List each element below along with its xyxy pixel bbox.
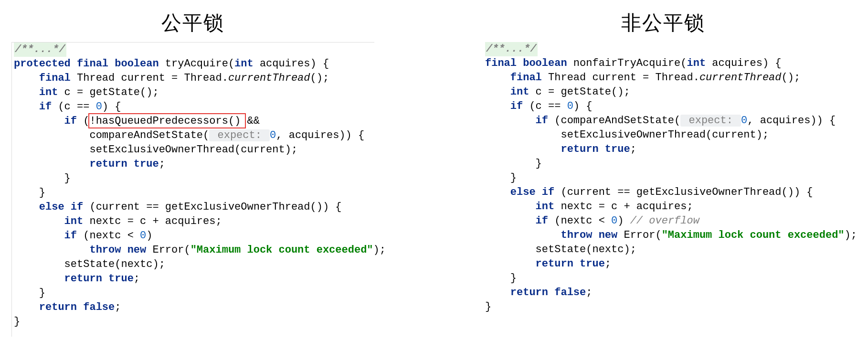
nonfair-lock-code: /**...*/ final boolean nonfairTryAcquire…: [485, 42, 845, 314]
nonfair-lock-codebox: /**...*/ final boolean nonfairTryAcquire…: [479, 42, 847, 322]
nonfair-lock-panel: 非公平锁 /**...*/ final boolean nonfairTryAc…: [479, 0, 847, 362]
nonfair-lock-title: 非公平锁: [479, 10, 847, 36]
inline-hint: expect:: [209, 129, 270, 141]
doc-comment: /**...*/: [14, 43, 66, 57]
doc-comment: /**...*/: [485, 42, 538, 56]
fair-lock-title: 公平锁: [11, 10, 374, 36]
fair-lock-panel: 公平锁 /**...*/ protected final boolean try…: [11, 0, 374, 362]
fair-lock-code: /**...*/ protected final boolean tryAcqu…: [14, 43, 372, 329]
inline-hint: expect:: [680, 115, 741, 127]
highlighted-call: !hasQueuedPredecessors(): [89, 115, 241, 127]
fair-lock-codebox: /**...*/ protected final boolean tryAcqu…: [11, 42, 374, 337]
